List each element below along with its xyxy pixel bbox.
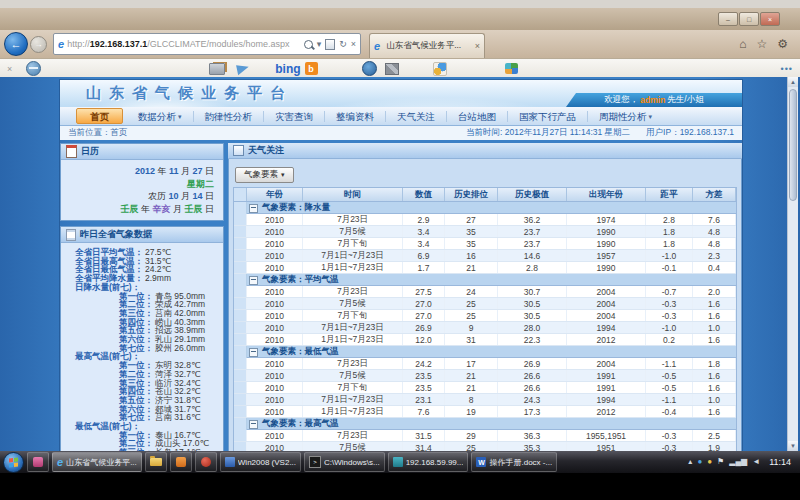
forward-button[interactable] bbox=[30, 36, 47, 53]
nav-item-5[interactable]: 整编资料 bbox=[325, 111, 386, 122]
close-button[interactable] bbox=[760, 12, 780, 26]
warning-icon[interactable]: ● bbox=[707, 458, 712, 466]
nav-item-label: 首页 bbox=[90, 111, 109, 122]
page-scrollbar[interactable] bbox=[787, 77, 798, 451]
table-row[interactable]: 20107月23日24.21726.92004-1.11.8 bbox=[234, 358, 736, 370]
collapse-icon[interactable] bbox=[249, 204, 258, 213]
nav-item-9[interactable]: 周期性分析 bbox=[588, 111, 663, 122]
table-row[interactable]: 20107月下旬23.52126.61991-0.51.6 bbox=[234, 382, 736, 394]
chevron-down-icon[interactable] bbox=[317, 39, 322, 49]
back-button[interactable] bbox=[4, 32, 28, 56]
table-group-row[interactable]: 气象要素：平均气温 bbox=[234, 274, 736, 286]
chevron-down-icon bbox=[281, 171, 285, 179]
table-cell: 2004 bbox=[567, 286, 646, 297]
action-center-flag-icon[interactable]: ⚑ bbox=[717, 458, 724, 466]
table-row[interactable]: 20107月5候3.43523.719901.84.8 bbox=[234, 226, 736, 238]
bing-logo[interactable]: bing bbox=[275, 62, 300, 76]
taskbar-button-6[interactable]: Win2008 (VS2... bbox=[220, 452, 301, 472]
volume-icon[interactable]: ◄ bbox=[752, 458, 760, 466]
table-group-row[interactable]: 气象要素：降水量 bbox=[234, 202, 736, 214]
table-cell: 3.4 bbox=[403, 238, 445, 249]
table-row[interactable]: 20107月下旬3.43523.719901.84.8 bbox=[234, 238, 736, 250]
sparkle-icon[interactable] bbox=[433, 62, 447, 76]
collapse-icon[interactable] bbox=[249, 420, 258, 429]
table-row[interactable]: 20107月5候23.52126.61991-0.51.6 bbox=[234, 370, 736, 382]
calendar-panel: 日历 2012 年 11 月 27 日星期二农历 10 月 14 日壬辰 年 辛… bbox=[60, 143, 224, 221]
table-row[interactable]: 20107月23日31.52936.31955,1951-0.32.5 bbox=[234, 430, 736, 442]
taskbar-button-5[interactable] bbox=[195, 452, 217, 472]
nav-item-label: 天气关注 bbox=[397, 111, 435, 122]
nav-item-label: 周期性分析 bbox=[599, 111, 647, 122]
nav-item-1[interactable]: 首页 bbox=[76, 108, 123, 124]
table-row[interactable]: 20107月1日~7月23日6.91614.61957-1.02.3 bbox=[234, 250, 736, 262]
table-cell: 26.6 bbox=[498, 370, 567, 381]
favorites-star-icon[interactable] bbox=[756, 37, 767, 51]
taskbar-button-8[interactable]: 192.168.59.99... bbox=[388, 452, 469, 472]
paper-plane-icon[interactable] bbox=[236, 62, 250, 74]
table-row[interactable]: 20101月1日~7月23日12.03122.320120.21.6 bbox=[234, 334, 736, 346]
nav-item-8[interactable]: 国家下行产品 bbox=[508, 111, 588, 122]
table-cell: 7月5候 bbox=[303, 226, 403, 237]
collapse-icon[interactable] bbox=[249, 348, 258, 357]
gear-icon[interactable] bbox=[777, 37, 788, 51]
tab-close-icon[interactable] bbox=[475, 41, 480, 51]
browser-tab[interactable]: e 山东省气候业务平... bbox=[369, 33, 485, 58]
scroll-down-icon[interactable] bbox=[788, 441, 798, 451]
table-row[interactable]: 20107月5候31.42535.31951-0.31.9 bbox=[234, 442, 736, 451]
main-panel: 天气关注 气象要素 年份时间数值历史排位历史极值出现年份距平方差气象要素：降水量… bbox=[228, 143, 742, 451]
hidden-icons-caret[interactable]: ▴ bbox=[688, 458, 692, 466]
table-row[interactable]: 20101月1日~7月23日1.7212.81990-0.10.4 bbox=[234, 262, 736, 274]
table-gutter-cell bbox=[234, 250, 247, 261]
minimize-button[interactable] bbox=[718, 12, 738, 26]
taskbar-button-4[interactable] bbox=[170, 452, 192, 472]
nav-item-3[interactable]: 韵律性分析 bbox=[194, 111, 265, 122]
url-host: 192.168.137.1 bbox=[90, 39, 148, 49]
start-button[interactable] bbox=[3, 452, 24, 473]
overflow-dots-icon[interactable] bbox=[781, 64, 793, 74]
table-row[interactable]: 20107月下旬27.02530.52004-0.31.6 bbox=[234, 310, 736, 322]
table-row[interactable]: 20107月23日27.52430.72004-0.72.0 bbox=[234, 286, 736, 298]
grid-icon[interactable] bbox=[505, 63, 518, 74]
compatibility-view-icon[interactable] bbox=[325, 39, 335, 50]
disc-icon[interactable] bbox=[362, 61, 377, 76]
column-header: 历史极值 bbox=[498, 188, 567, 201]
home-icon[interactable] bbox=[739, 37, 746, 51]
refresh-icon[interactable] bbox=[339, 39, 347, 49]
table-group-row[interactable]: 气象要素：最高气温 bbox=[234, 418, 736, 430]
nav-item-2[interactable]: 数据分析 bbox=[127, 111, 194, 122]
taskbar-button-1[interactable] bbox=[27, 452, 49, 472]
maximize-button[interactable] bbox=[739, 12, 759, 26]
table-row[interactable]: 20107月1日~7月23日26.9928.01994-1.01.0 bbox=[234, 322, 736, 334]
taskbar-clock[interactable]: 11:14 bbox=[767, 457, 797, 467]
address-bar[interactable]: e http://192.168.137.1/GLCCLIMATE/module… bbox=[53, 33, 361, 55]
element-filter-button[interactable]: 气象要素 bbox=[235, 167, 294, 183]
scroll-up-icon[interactable] bbox=[788, 77, 798, 87]
taskbar-button-2[interactable]: e山东省气候业务平... bbox=[52, 452, 142, 472]
taskbar-button-7[interactable]: >C:\Windows\s... bbox=[304, 452, 385, 472]
taskbar-button-9[interactable]: W操作手册.docx -... bbox=[471, 452, 557, 472]
taskbar-button-3[interactable] bbox=[145, 452, 167, 472]
nav-item-6[interactable]: 天气关注 bbox=[386, 111, 447, 122]
calendar-body: 2012 年 11 月 27 日星期二农历 10 月 14 日壬辰 年 辛亥 月… bbox=[61, 160, 223, 220]
stop-icon[interactable] bbox=[351, 39, 356, 49]
status-icon-blue[interactable]: ● bbox=[697, 458, 702, 466]
cards-icon[interactable] bbox=[209, 63, 225, 75]
nav-item-7[interactable]: 台站地图 bbox=[447, 111, 508, 122]
blocks-icon[interactable] bbox=[385, 63, 399, 75]
search-icon[interactable] bbox=[304, 40, 313, 49]
toolbar-close-icon[interactable] bbox=[7, 64, 12, 74]
table-row[interactable]: 20107月5候27.02530.52004-0.31.6 bbox=[234, 298, 736, 310]
table-cell: 7月23日 bbox=[303, 286, 403, 297]
scrollbar-thumb[interactable] bbox=[789, 89, 797, 201]
nav-item-4[interactable]: 灾害查询 bbox=[264, 111, 325, 122]
plugin-disc-icon[interactable] bbox=[26, 61, 41, 76]
tab-favicon: e bbox=[374, 40, 380, 52]
table-gutter-cell bbox=[234, 370, 247, 381]
table-row[interactable]: 20101月1日~7月23日7.61917.32012-0.41.6 bbox=[234, 406, 736, 418]
table-group-row[interactable]: 气象要素：最低气温 bbox=[234, 346, 736, 358]
table-row[interactable]: 20107月23日2.92736.219742.87.6 bbox=[234, 214, 736, 226]
collapse-icon[interactable] bbox=[249, 276, 258, 285]
bing-app-icon[interactable]: b bbox=[305, 62, 318, 75]
table-row[interactable]: 20107月1日~7月23日23.1824.31994-1.11.0 bbox=[234, 394, 736, 406]
network-icon[interactable]: ▂▄▆ bbox=[729, 458, 747, 466]
